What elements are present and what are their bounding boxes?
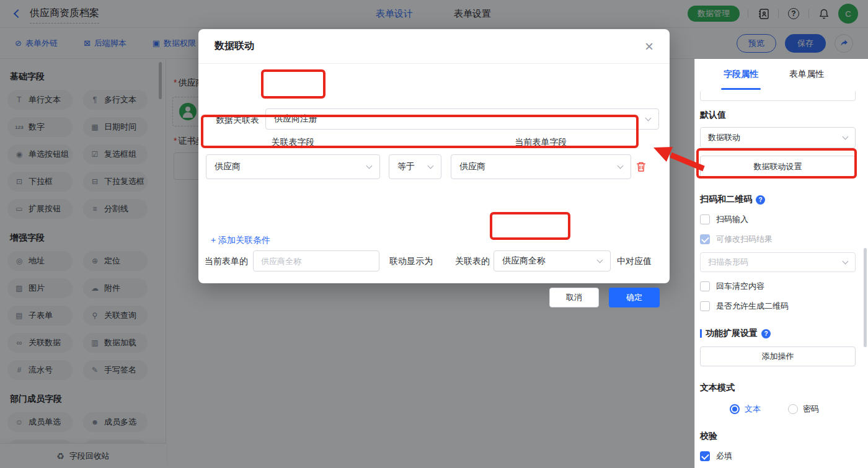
panel-scrollbar[interactable] [864, 248, 867, 347]
dialog-body: 数据关联表 供应商注册 关联表字段 当前表单字段 供应商 等于 供应商 + 添加… [198, 64, 670, 283]
chevron-down-icon [428, 163, 434, 169]
text-mode-options: 文本 密码 [700, 404, 856, 415]
chevron-down-icon [843, 134, 849, 140]
default-value-label: 默认值 [700, 110, 856, 121]
tab-form-properties[interactable]: 表单属性 [789, 59, 824, 90]
text-mode-label: 文本模式 [700, 382, 856, 394]
current-form-prefix-label: 当前表单的 [205, 256, 248, 267]
checkbox-required[interactable]: 必填 [700, 451, 856, 462]
relation-table-select[interactable]: 供应商注册 [265, 108, 659, 130]
relation-table-label: 数据关联表 [216, 115, 259, 126]
checkbox-checked-icon [700, 451, 710, 461]
close-icon[interactable]: × [645, 39, 653, 54]
checkbox-clear-on-enter[interactable]: 回车清空内容 [700, 281, 856, 292]
default-value-select[interactable]: 数据联动 [700, 127, 856, 148]
corresponding-value-label: 中对应值 [617, 256, 652, 267]
help-icon[interactable]: ? [761, 329, 771, 338]
checkbox-icon [700, 301, 710, 311]
dialog-header: 数据联动 × [198, 29, 670, 64]
clipped-select [700, 91, 856, 101]
radio-text[interactable]: 文本 [730, 404, 761, 415]
checkbox-editable-scan-result[interactable]: 可修改扫码结果 [700, 234, 856, 245]
properties-tabs: 字段属性 表单属性 [700, 59, 856, 90]
chevron-down-icon [366, 163, 373, 169]
column-header-current-field: 当前表单字段 [451, 137, 631, 148]
current-field-select[interactable]: 供应商 [451, 154, 631, 179]
radio-password[interactable]: 密码 [788, 404, 819, 415]
linkage-display-label: 联动显示为 [389, 256, 433, 267]
validation-label: 校验 [700, 431, 856, 442]
tab-field-properties[interactable]: 字段属性 [724, 59, 758, 90]
add-condition-link[interactable]: + 添加关联条件 [211, 235, 270, 246]
add-operation-button[interactable]: 添加操作 [700, 347, 856, 366]
relation-field-select[interactable]: 供应商 [206, 154, 380, 179]
section-marker [700, 329, 702, 338]
source-field-select[interactable]: 供应商全称 [494, 250, 611, 272]
confirm-button[interactable]: 确定 [609, 288, 660, 307]
operator-select[interactable]: 等于 [389, 154, 441, 179]
data-linkage-dialog: 数据联动 × 数据关联表 供应商注册 关联表字段 当前表单字段 供应商 等于 供… [198, 29, 670, 283]
chevron-down-icon [843, 258, 849, 265]
checkbox-icon [700, 281, 710, 291]
relation-table-of-label: 关联表的 [455, 256, 490, 267]
dialog-title: 数据联动 [215, 40, 254, 53]
barcode-type-select[interactable]: 扫描条形码 [700, 252, 856, 272]
display-field-input[interactable] [253, 250, 379, 272]
checkbox-icon [700, 214, 710, 224]
form-designer-app: 供应商资质档案 表单设计 表单设置 数据管理 ? [0, 0, 868, 468]
delete-condition-icon[interactable] [636, 161, 647, 173]
radio-icon [788, 404, 798, 414]
extension-section-title: 功能扩展设置 ? [700, 328, 856, 339]
radio-selected-icon [730, 404, 740, 414]
checkbox-allow-qrcode[interactable]: 是否允许生成二维码 [700, 301, 856, 312]
scan-section-title: 扫码和二维码 ? [700, 194, 856, 205]
data-linkage-settings-button[interactable]: 数据联动设置 [700, 156, 856, 178]
chevron-down-icon [645, 115, 652, 121]
checkbox-checked-icon [700, 234, 710, 244]
checkbox-scan-input[interactable]: 扫码输入 [700, 214, 856, 225]
cancel-button[interactable]: 取消 [549, 288, 599, 307]
chevron-down-icon [597, 257, 603, 263]
column-header-relation-field: 关联表字段 [206, 137, 380, 148]
help-icon[interactable]: ? [756, 195, 765, 205]
modal-overlay [694, 0, 868, 59]
chevron-down-icon [618, 163, 624, 169]
properties-panel: 字段属性 表单属性 默认值 数据联动 数据联动设置 扫码和二维码 ? 扫码输入 … [694, 59, 868, 468]
